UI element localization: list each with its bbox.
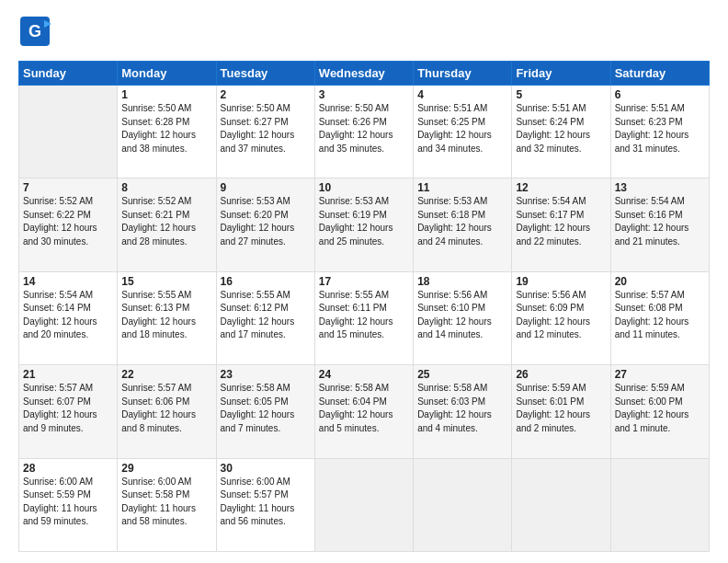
calendar-cell: 21Sunrise: 5:57 AM Sunset: 6:07 PM Dayli… bbox=[19, 365, 118, 458]
calendar-cell: 3Sunrise: 5:50 AM Sunset: 6:26 PM Daylig… bbox=[314, 86, 413, 178]
day-info: Sunrise: 5:57 AM Sunset: 6:06 PM Dayligh… bbox=[121, 382, 211, 435]
day-info: Sunrise: 5:57 AM Sunset: 6:08 PM Dayligh… bbox=[615, 289, 705, 342]
calendar-cell: 22Sunrise: 5:57 AM Sunset: 6:06 PM Dayli… bbox=[118, 365, 216, 458]
calendar-cell bbox=[314, 458, 413, 551]
day-number: 26 bbox=[516, 368, 606, 381]
day-info: Sunrise: 5:53 AM Sunset: 6:18 PM Dayligh… bbox=[417, 195, 507, 248]
calendar-cell: 8Sunrise: 5:52 AM Sunset: 6:21 PM Daylig… bbox=[118, 178, 216, 271]
calendar-cell: 20Sunrise: 5:57 AM Sunset: 6:08 PM Dayli… bbox=[610, 271, 709, 364]
calendar-week-row: 21Sunrise: 5:57 AM Sunset: 6:07 PM Dayli… bbox=[19, 365, 710, 458]
calendar-week-row: 14Sunrise: 5:54 AM Sunset: 6:14 PM Dayli… bbox=[19, 271, 710, 364]
day-number: 18 bbox=[417, 275, 507, 288]
calendar-cell: 26Sunrise: 5:59 AM Sunset: 6:01 PM Dayli… bbox=[512, 365, 610, 458]
day-number: 19 bbox=[516, 275, 606, 288]
day-number: 24 bbox=[319, 368, 409, 381]
day-number: 1 bbox=[121, 88, 211, 101]
calendar-cell: 25Sunrise: 5:58 AM Sunset: 6:03 PM Dayli… bbox=[414, 365, 512, 458]
day-info: Sunrise: 5:55 AM Sunset: 6:11 PM Dayligh… bbox=[319, 289, 409, 342]
calendar-cell: 12Sunrise: 5:54 AM Sunset: 6:17 PM Dayli… bbox=[512, 178, 610, 271]
calendar-header-row: SundayMondayTuesdayWednesdayThursdayFrid… bbox=[19, 62, 710, 86]
day-number: 2 bbox=[221, 88, 311, 101]
day-info: Sunrise: 5:59 AM Sunset: 6:00 PM Dayligh… bbox=[615, 382, 705, 435]
calendar-cell bbox=[610, 458, 709, 551]
page-header: G bbox=[18, 15, 710, 52]
day-info: Sunrise: 6:00 AM Sunset: 5:58 PM Dayligh… bbox=[121, 476, 211, 529]
day-info: Sunrise: 5:55 AM Sunset: 6:13 PM Dayligh… bbox=[121, 289, 211, 342]
day-number: 8 bbox=[121, 181, 211, 194]
calendar-cell: 18Sunrise: 5:56 AM Sunset: 6:10 PM Dayli… bbox=[414, 271, 512, 364]
day-info: Sunrise: 5:51 AM Sunset: 6:24 PM Dayligh… bbox=[516, 102, 606, 155]
day-number: 15 bbox=[121, 275, 211, 288]
svg-text:G: G bbox=[28, 22, 41, 40]
day-info: Sunrise: 5:57 AM Sunset: 6:07 PM Dayligh… bbox=[23, 382, 113, 435]
calendar-day-header: Friday bbox=[512, 62, 610, 86]
calendar-week-row: 1Sunrise: 5:50 AM Sunset: 6:28 PM Daylig… bbox=[19, 86, 710, 178]
day-number: 27 bbox=[615, 368, 705, 381]
calendar-cell: 17Sunrise: 5:55 AM Sunset: 6:11 PM Dayli… bbox=[314, 271, 413, 364]
day-info: Sunrise: 5:58 AM Sunset: 6:05 PM Dayligh… bbox=[221, 382, 311, 435]
logo: G bbox=[18, 15, 55, 52]
day-number: 22 bbox=[121, 368, 211, 381]
calendar-day-header: Thursday bbox=[414, 62, 512, 86]
day-number: 11 bbox=[417, 181, 507, 194]
calendar-cell: 11Sunrise: 5:53 AM Sunset: 6:18 PM Dayli… bbox=[414, 178, 512, 271]
calendar-cell: 5Sunrise: 5:51 AM Sunset: 6:24 PM Daylig… bbox=[512, 86, 610, 178]
day-number: 21 bbox=[23, 368, 113, 381]
day-number: 6 bbox=[615, 88, 705, 101]
day-info: Sunrise: 5:56 AM Sunset: 6:10 PM Dayligh… bbox=[417, 289, 507, 342]
calendar-cell: 13Sunrise: 5:54 AM Sunset: 6:16 PM Dayli… bbox=[610, 178, 709, 271]
day-info: Sunrise: 5:58 AM Sunset: 6:04 PM Dayligh… bbox=[319, 382, 409, 435]
day-info: Sunrise: 5:54 AM Sunset: 6:16 PM Dayligh… bbox=[615, 195, 705, 248]
calendar-cell: 28Sunrise: 6:00 AM Sunset: 5:59 PM Dayli… bbox=[19, 458, 118, 551]
day-number: 25 bbox=[417, 368, 507, 381]
calendar-cell: 19Sunrise: 5:56 AM Sunset: 6:09 PM Dayli… bbox=[512, 271, 610, 364]
day-number: 23 bbox=[221, 368, 311, 381]
calendar-cell: 14Sunrise: 5:54 AM Sunset: 6:14 PM Dayli… bbox=[19, 271, 118, 364]
day-number: 28 bbox=[23, 462, 113, 475]
day-info: Sunrise: 5:53 AM Sunset: 6:20 PM Dayligh… bbox=[221, 195, 311, 248]
day-info: Sunrise: 5:55 AM Sunset: 6:12 PM Dayligh… bbox=[221, 289, 311, 342]
day-info: Sunrise: 5:52 AM Sunset: 6:21 PM Dayligh… bbox=[121, 195, 211, 248]
logo-icon: G bbox=[18, 15, 51, 52]
day-number: 9 bbox=[221, 181, 311, 194]
calendar-week-row: 28Sunrise: 6:00 AM Sunset: 5:59 PM Dayli… bbox=[19, 458, 710, 551]
day-number: 4 bbox=[417, 88, 507, 101]
day-info: Sunrise: 5:51 AM Sunset: 6:25 PM Dayligh… bbox=[417, 102, 507, 155]
day-number: 13 bbox=[615, 181, 705, 194]
day-number: 16 bbox=[221, 275, 311, 288]
day-info: Sunrise: 5:54 AM Sunset: 6:17 PM Dayligh… bbox=[516, 195, 606, 248]
calendar-day-header: Saturday bbox=[610, 62, 709, 86]
calendar-day-header: Wednesday bbox=[314, 62, 413, 86]
day-number: 20 bbox=[615, 275, 705, 288]
calendar-cell: 15Sunrise: 5:55 AM Sunset: 6:13 PM Dayli… bbox=[118, 271, 216, 364]
calendar-cell bbox=[512, 458, 610, 551]
calendar-week-row: 7Sunrise: 5:52 AM Sunset: 6:22 PM Daylig… bbox=[19, 178, 710, 271]
day-number: 30 bbox=[221, 462, 311, 475]
calendar-cell: 1Sunrise: 5:50 AM Sunset: 6:28 PM Daylig… bbox=[118, 86, 216, 178]
day-number: 12 bbox=[516, 181, 606, 194]
calendar-cell: 27Sunrise: 5:59 AM Sunset: 6:00 PM Dayli… bbox=[610, 365, 709, 458]
day-info: Sunrise: 5:50 AM Sunset: 6:27 PM Dayligh… bbox=[221, 102, 311, 155]
day-number: 29 bbox=[121, 462, 211, 475]
calendar-cell: 10Sunrise: 5:53 AM Sunset: 6:19 PM Dayli… bbox=[314, 178, 413, 271]
calendar-cell: 23Sunrise: 5:58 AM Sunset: 6:05 PM Dayli… bbox=[216, 365, 314, 458]
day-info: Sunrise: 5:50 AM Sunset: 6:28 PM Dayligh… bbox=[121, 102, 211, 155]
calendar-cell: 29Sunrise: 6:00 AM Sunset: 5:58 PM Dayli… bbox=[118, 458, 216, 551]
calendar-cell: 7Sunrise: 5:52 AM Sunset: 6:22 PM Daylig… bbox=[19, 178, 118, 271]
day-info: Sunrise: 5:52 AM Sunset: 6:22 PM Dayligh… bbox=[23, 195, 113, 248]
calendar-cell: 9Sunrise: 5:53 AM Sunset: 6:20 PM Daylig… bbox=[216, 178, 314, 271]
calendar-cell: 30Sunrise: 6:00 AM Sunset: 5:57 PM Dayli… bbox=[216, 458, 314, 551]
calendar-cell: 2Sunrise: 5:50 AM Sunset: 6:27 PM Daylig… bbox=[216, 86, 314, 178]
day-number: 7 bbox=[23, 181, 113, 194]
day-info: Sunrise: 5:51 AM Sunset: 6:23 PM Dayligh… bbox=[615, 102, 705, 155]
day-number: 10 bbox=[319, 181, 409, 194]
calendar-cell: 16Sunrise: 5:55 AM Sunset: 6:12 PM Dayli… bbox=[216, 271, 314, 364]
day-info: Sunrise: 5:53 AM Sunset: 6:19 PM Dayligh… bbox=[319, 195, 409, 248]
day-number: 3 bbox=[319, 88, 409, 101]
day-info: Sunrise: 5:50 AM Sunset: 6:26 PM Dayligh… bbox=[319, 102, 409, 155]
day-number: 17 bbox=[319, 275, 409, 288]
calendar-day-header: Sunday bbox=[19, 62, 118, 86]
calendar-cell: 4Sunrise: 5:51 AM Sunset: 6:25 PM Daylig… bbox=[414, 86, 512, 178]
calendar-day-header: Tuesday bbox=[216, 62, 314, 86]
day-number: 5 bbox=[516, 88, 606, 101]
